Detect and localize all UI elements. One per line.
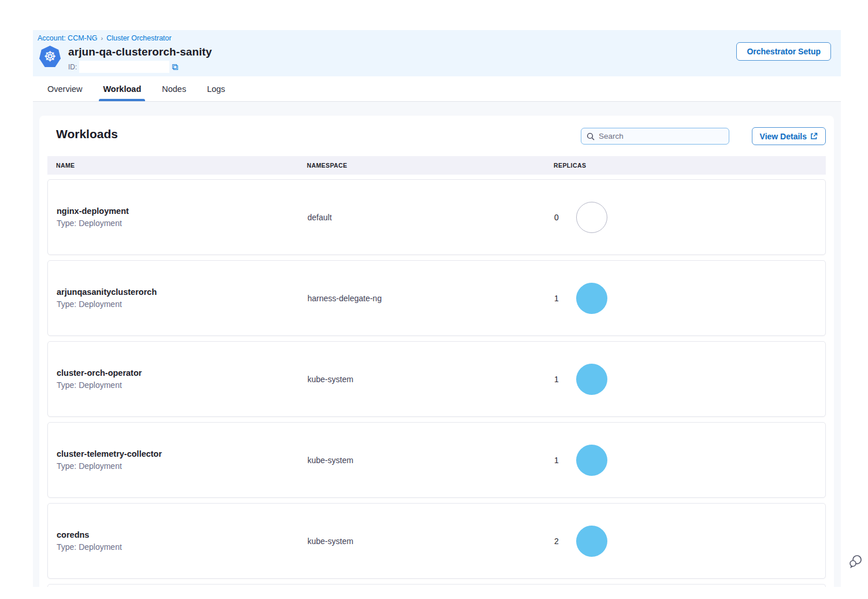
cluster-id-label: ID: [68,63,77,71]
breadcrumb-separator-icon: › [101,35,103,42]
kubernetes-icon: ☸ [39,46,61,67]
workload-name-cell: cluster-telemetry-collector Type: Deploy… [48,449,299,471]
workload-replicas-cell: 1 [546,445,825,476]
workload-type: Type: Deployment [57,300,299,309]
replica-count: 2 [554,537,561,546]
replica-count: 1 [554,456,561,465]
app-frame: Account: CCM-NG›Cluster Orchestrator ☸ a… [33,30,841,587]
workload-namespace: kube-system [299,375,546,384]
workloads-search[interactable] [581,128,729,145]
replica-count: 0 [554,213,561,222]
workloads-title: Workloads [56,127,118,141]
table-row-cluster-telemetry-collector[interactable]: cluster-telemetry-collector Type: Deploy… [47,422,826,498]
table-row-cluster-orch-operator[interactable]: cluster-orch-operator Type: Deployment k… [47,341,826,417]
content-area: Workloads View Details NAME NAMESPACE [33,102,841,587]
view-details-label: View Details [760,132,807,141]
cluster-id-row: ID: ⧉ [68,61,212,73]
workload-replicas-cell: 2 [546,526,825,557]
workload-namespace: default [299,213,546,222]
workload-name: coredns [57,530,299,539]
column-header-replicas: REPLICAS [545,162,826,169]
workload-namespace: kube-system [299,456,546,465]
workload-type: Type: Deployment [57,461,299,471]
table-row-arjunqasanityclusterorch[interactable]: arjunqasanityclusterorch Type: Deploymen… [47,260,826,336]
workload-type: Type: Deployment [57,219,299,228]
workload-type: Type: Deployment [57,380,299,390]
search-input[interactable] [599,132,724,140]
workload-name-cell: cluster-orch-operator Type: Deployment [48,368,299,390]
page-header: Account: CCM-NG›Cluster Orchestrator ☸ a… [33,30,841,76]
workload-replicas-cell: 0 [546,202,825,233]
replica-status-circle [576,445,607,476]
workload-name-cell: coredns Type: Deployment [48,530,299,552]
replica-count: 1 [554,294,561,303]
replica-status-circle [576,526,607,557]
page-title: arjun-qa-clusterorch-sanity [68,46,212,58]
workload-replicas-cell: 1 [546,364,825,395]
workload-name: arjunqasanityclusterorch [57,287,299,297]
workload-name-cell: nginx-deployment Type: Deployment [48,206,299,228]
tab-overview[interactable]: Overview [43,76,86,101]
replica-status-circle [576,283,607,314]
tab-logs[interactable]: Logs [203,76,229,101]
column-header-namespace: NAMESPACE [298,162,545,169]
chat-bubble-icon[interactable] [847,553,863,570]
orchestrator-setup-button[interactable]: Orchestrator Setup [736,42,831,61]
cluster-title-block: arjun-qa-clusterorch-sanity ID: ⧉ [68,46,212,73]
table-row-nginx-deployment[interactable]: nginx-deployment Type: Deployment defaul… [47,179,826,255]
workload-replicas-cell: 1 [546,283,825,314]
breadcrumb-section[interactable]: Cluster Orchestrator [106,34,172,42]
column-header-name: NAME [47,162,298,169]
tab-workload[interactable]: Workload [99,76,145,101]
table-row-coredns[interactable]: coredns Type: Deployment kube-system 2 [47,503,826,579]
tab-nodes[interactable]: Nodes [158,76,190,101]
breadcrumb: Account: CCM-NG›Cluster Orchestrator [38,34,172,42]
workload-name-cell: arjunqasanityclusterorch Type: Deploymen… [48,287,299,309]
workload-name: nginx-deployment [57,206,299,216]
tab-bar: Overview Workload Nodes Logs [33,76,841,102]
workloads-panel-header: Workloads View Details [47,116,826,156]
view-details-button[interactable]: View Details [752,127,826,145]
workloads-panel: Workloads View Details NAME NAMESPACE [39,116,834,587]
cluster-title-row: ☸ arjun-qa-clusterorch-sanity ID: ⧉ [39,46,212,73]
replica-status-circle [576,202,607,233]
replica-count: 1 [554,375,561,384]
cluster-id-redacted-value [79,61,169,73]
workload-namespace: harness-delegate-ng [299,294,546,303]
copy-icon[interactable]: ⧉ [172,62,178,72]
workload-name: cluster-orch-operator [57,368,299,378]
table-row-partial[interactable] [47,584,826,587]
replica-status-circle [576,364,607,395]
table-body: nginx-deployment Type: Deployment defaul… [47,179,826,587]
table-header-row: NAME NAMESPACE REPLICAS [47,156,826,175]
breadcrumb-account[interactable]: Account: CCM-NG [38,34,98,42]
kubernetes-wheel-glyph: ☸ [44,50,57,64]
workload-type: Type: Deployment [57,542,299,552]
external-link-icon [810,132,818,140]
workload-namespace: kube-system [299,537,546,546]
workload-name: cluster-telemetry-collector [57,449,299,459]
search-icon [587,132,595,140]
